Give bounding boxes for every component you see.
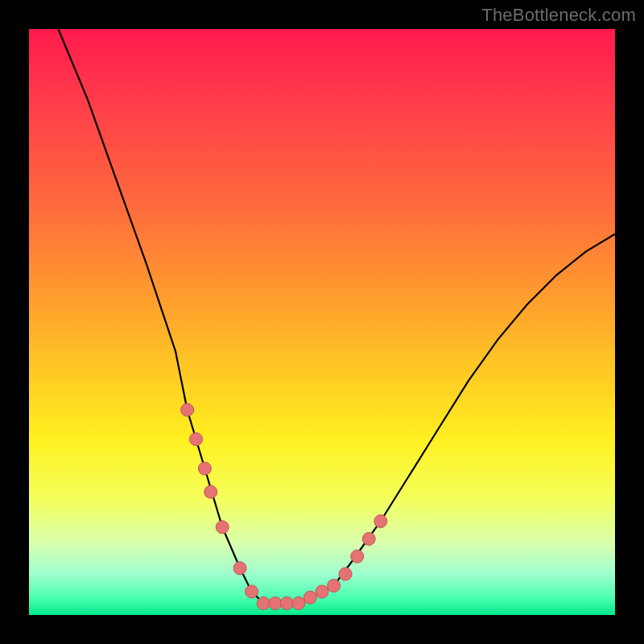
- data-point: [362, 532, 375, 545]
- data-point: [292, 597, 305, 609]
- data-point: [216, 521, 229, 534]
- data-point: [190, 433, 203, 446]
- data-point: [204, 485, 217, 498]
- data-point: [328, 580, 341, 592]
- data-point: [246, 585, 258, 598]
- plot-area: [29, 29, 615, 615]
- watermark-label: TheBottleneck.com: [481, 5, 636, 26]
- data-point: [269, 597, 282, 609]
- chart-frame: TheBottleneck.com: [0, 0, 644, 644]
- bottleneck-curve: [58, 29, 615, 603]
- data-point: [280, 597, 293, 609]
- data-point: [198, 462, 211, 475]
- data-point: [351, 550, 364, 563]
- data-point: [374, 515, 387, 528]
- data-point: [233, 562, 246, 575]
- data-point: [339, 568, 352, 580]
- data-point: [257, 597, 270, 609]
- data-point: [303, 591, 316, 604]
- data-point: [316, 585, 328, 598]
- curve-overlay: [29, 29, 615, 615]
- data-point: [181, 403, 194, 416]
